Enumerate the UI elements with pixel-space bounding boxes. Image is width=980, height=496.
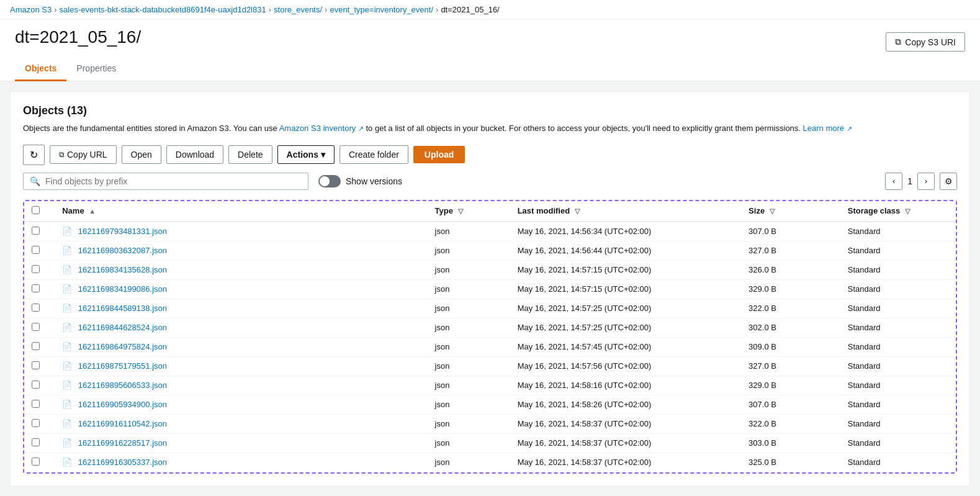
row-storage-cell: Standard [840, 395, 956, 414]
row-name-link[interactable]: 1621169793481331.json [78, 227, 167, 236]
create-folder-button[interactable]: Create folder [339, 145, 408, 164]
row-name-link[interactable]: 1621169844628524.json [78, 323, 167, 332]
row-name-link[interactable]: 1621169844589138.json [78, 304, 167, 313]
copy-url-button[interactable]: ⧉ Copy URL [50, 145, 117, 164]
row-modified-cell: May 16, 2021, 14:56:44 (UTC+02:00) [510, 241, 741, 260]
row-name-link[interactable]: 1621169916305337.json [78, 458, 167, 467]
settings-button[interactable]: ⚙ [940, 173, 957, 190]
row-type-cell: json [428, 395, 510, 414]
row-type-cell: json [428, 337, 510, 356]
tab-properties[interactable]: Properties [66, 57, 126, 81]
row-name-link[interactable]: 1621169875179551.json [78, 361, 167, 371]
file-icon: 📄 [62, 458, 72, 467]
row-name-link[interactable]: 1621169834135628.json [78, 265, 167, 274]
breadcrumb-amazon-s3[interactable]: Amazon S3 [10, 5, 52, 14]
breadcrumb-bucket[interactable]: sales-events-bkt-stack-databucketd8691f4… [60, 5, 266, 14]
download-button[interactable]: Download [166, 145, 223, 164]
actions-label: Actions [287, 150, 318, 160]
col-header-size[interactable]: Size ▽ [741, 201, 840, 222]
row-checkbox[interactable] [32, 265, 40, 273]
copy-s3-uri-button[interactable]: ⧉ Copy S3 URI [886, 32, 965, 52]
row-checkbox[interactable] [32, 361, 40, 369]
row-size-cell: 327.0 B [741, 241, 840, 260]
table-row: 📄 1621169844589138.json json May 16, 202… [24, 299, 956, 318]
table-row: 📄 1621169916305337.json json May 16, 202… [24, 453, 956, 472]
row-name-link[interactable]: 1621169864975824.json [78, 342, 167, 351]
row-checkbox-cell [24, 318, 55, 337]
col-modified-label: Last modified [518, 206, 570, 215]
row-checkbox[interactable] [32, 400, 40, 408]
row-checkbox-cell [24, 356, 55, 376]
row-checkbox[interactable] [32, 323, 40, 331]
row-name-link[interactable]: 1621169895606533.json [78, 381, 167, 390]
objects-heading: Objects (13) [23, 104, 957, 117]
row-checkbox[interactable] [32, 284, 40, 292]
page-next-button[interactable]: › [917, 173, 935, 190]
versions-label: Show versions [346, 176, 402, 186]
upload-button[interactable]: Upload [413, 146, 465, 163]
search-input[interactable] [45, 176, 302, 186]
breadcrumb-sep-3: › [325, 5, 327, 14]
row-storage-cell: Standard [840, 260, 956, 279]
search-box[interactable]: 🔍 [23, 173, 308, 190]
row-name-cell: 📄 1621169834135628.json [55, 260, 427, 279]
row-storage-cell: Standard [840, 299, 956, 318]
row-name-link[interactable]: 1621169916228517.json [78, 438, 167, 448]
table-row: 📄 1621169916110542.json json May 16, 202… [24, 414, 956, 433]
delete-button[interactable]: Delete [228, 145, 272, 164]
row-checkbox[interactable] [32, 246, 40, 254]
row-name-link[interactable]: 1621169803632087.json [78, 246, 167, 255]
row-modified-cell: May 16, 2021, 14:58:37 (UTC+02:00) [510, 453, 741, 472]
row-checkbox[interactable] [32, 227, 40, 235]
learn-more-link[interactable]: Learn more [803, 124, 844, 133]
file-icon: 📄 [62, 304, 72, 313]
versions-toggle-switch[interactable] [318, 175, 341, 187]
row-type-cell: json [428, 453, 510, 472]
row-type-cell: json [428, 222, 510, 241]
row-checkbox[interactable] [32, 419, 40, 427]
row-name-link[interactable]: 1621169834199086.json [78, 284, 167, 294]
col-header-name[interactable]: Name ▲ [55, 201, 427, 222]
breadcrumb-store-events[interactable]: store_events/ [274, 5, 322, 14]
row-type-cell: json [428, 414, 510, 433]
row-modified-cell: May 16, 2021, 14:58:37 (UTC+02:00) [510, 433, 741, 453]
row-size-cell: 302.0 B [741, 318, 840, 337]
row-name-link[interactable]: 1621169916110542.json [78, 419, 167, 428]
tab-objects[interactable]: Objects [15, 57, 66, 81]
external-link-icon-1: ↗ [358, 125, 364, 132]
row-name-cell: 📄 1621169793481331.json [55, 222, 427, 241]
download-label: Download [176, 150, 214, 160]
row-type-cell: json [428, 433, 510, 453]
table-row: 📄 1621169905934900.json json May 16, 202… [24, 395, 956, 414]
row-name-cell: 📄 1621169803632087.json [55, 241, 427, 260]
row-checkbox[interactable] [32, 342, 40, 350]
row-checkbox[interactable] [32, 381, 40, 389]
row-checkbox[interactable] [32, 304, 40, 312]
breadcrumb-sep-2: › [269, 5, 271, 14]
breadcrumb-event-type[interactable]: event_type=inventory_event/ [330, 5, 433, 14]
desc-prefix: Objects are the fundamental entities sto… [23, 124, 279, 133]
row-checkbox[interactable] [32, 438, 40, 446]
row-size-cell: 329.0 B [741, 376, 840, 395]
file-icon: 📄 [62, 265, 72, 274]
col-header-modified[interactable]: Last modified ▽ [510, 201, 741, 222]
versions-toggle: Show versions [318, 175, 402, 187]
page-number: 1 [907, 176, 912, 186]
open-button[interactable]: Open [122, 145, 161, 164]
actions-button[interactable]: Actions ▾ [277, 145, 335, 164]
table-row: 📄 1621169834199086.json json May 16, 202… [24, 279, 956, 299]
row-checkbox-cell [24, 299, 55, 318]
file-icon: 📄 [62, 419, 72, 428]
col-header-storage[interactable]: Storage class ▽ [840, 201, 956, 222]
row-size-cell: 303.0 B [741, 433, 840, 453]
col-header-type[interactable]: Type ▽ [428, 201, 510, 222]
row-type-cell: json [428, 356, 510, 376]
select-all-checkbox[interactable] [32, 206, 40, 214]
amazon-s3-inventory-link[interactable]: Amazon S3 inventory [279, 124, 356, 133]
row-name-cell: 📄 1621169916110542.json [55, 414, 427, 433]
refresh-button[interactable]: ↻ [23, 145, 45, 165]
row-name-link[interactable]: 1621169905934900.json [78, 400, 167, 409]
row-size-cell: 307.0 B [741, 395, 840, 414]
row-checkbox[interactable] [32, 458, 40, 466]
page-prev-button[interactable]: ‹ [885, 173, 902, 190]
